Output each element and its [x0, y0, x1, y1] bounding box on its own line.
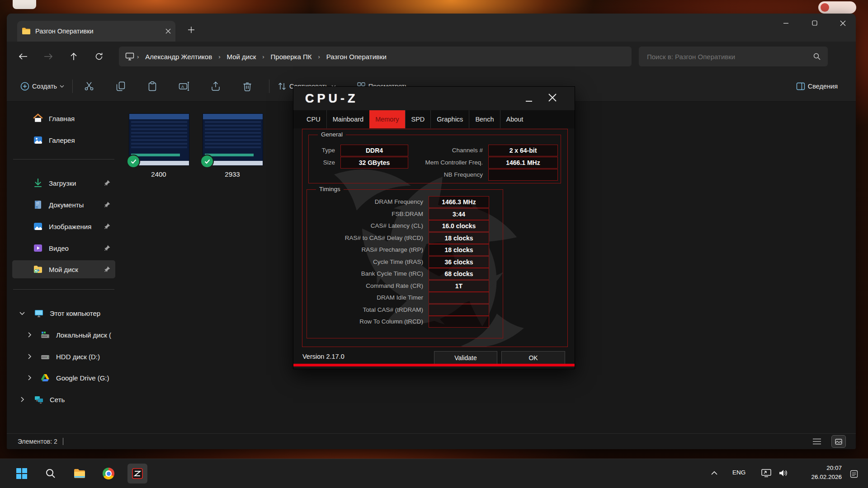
sidebar-item-videos[interactable]: Видео: [12, 239, 115, 257]
sidebar-label: Изображения: [49, 223, 91, 230]
sidebar-item-local-disk[interactable]: Локальный диск (: [12, 326, 115, 344]
share-button[interactable]: [204, 76, 227, 96]
paste-button[interactable]: [141, 76, 164, 96]
taskbar-explorer-button[interactable]: [70, 464, 90, 483]
cpuz-close-icon[interactable]: [548, 93, 557, 102]
tray-chevron-up-icon[interactable]: [711, 471, 718, 475]
file-thumbnail-2933[interactable]: [203, 113, 263, 166]
minimize-button[interactable]: [775, 15, 796, 31]
sidebar-item-gallery[interactable]: Галерея: [12, 131, 115, 149]
sidebar-item-pictures[interactable]: Изображения: [12, 217, 115, 235]
thumbnail-rows: [131, 121, 187, 149]
breadcrumb-item-user[interactable]: Александр Желтиков: [142, 51, 216, 62]
google-drive-folder-icon: [33, 264, 43, 274]
back-button[interactable]: [14, 48, 32, 65]
chevron-expanded-icon[interactable]: [19, 310, 26, 317]
cast-screen-icon[interactable]: [761, 469, 771, 477]
cpuz-titlebar[interactable]: CPU-Z: [293, 87, 575, 111]
cpuz-tab-memory[interactable]: Memory: [369, 110, 405, 128]
close-button[interactable]: [832, 15, 853, 31]
volume-icon[interactable]: [778, 469, 788, 477]
explorer-tab[interactable]: Разгон Оперативки: [17, 21, 175, 42]
timings-legend: Timings: [316, 186, 344, 192]
create-label: Создать: [32, 83, 57, 90]
timing-label: RAS# to CAS# Delay (tRCD): [310, 235, 423, 241]
sidebar-item-documents[interactable]: Документы: [12, 196, 115, 214]
channels-value: 2 x 64-bit: [488, 145, 558, 156]
local-disk-icon: [40, 330, 50, 340]
cpuz-tab-spd[interactable]: SPD: [405, 110, 431, 128]
cut-icon: [84, 81, 94, 91]
file-name[interactable]: 2933: [203, 170, 262, 178]
svg-text:A: A: [181, 84, 184, 89]
desktop: Разгон Оперативки › Александр Желтиков ›…: [0, 0, 868, 488]
notification-center-icon[interactable]: [850, 470, 858, 478]
cpuz-minimize-icon[interactable]: [525, 99, 533, 102]
create-button[interactable]: Создать: [17, 76, 68, 96]
sidebar-item-google-drive[interactable]: Google Drive (G:): [12, 369, 115, 387]
taskbar-clock[interactable]: 20:07 26.02.2026: [811, 464, 842, 482]
sidebar-label: Галерея: [49, 136, 75, 144]
sidebar-item-hdd-disk[interactable]: HDD диск (D:): [12, 347, 115, 366]
thumbnail-highlight-row: [205, 154, 254, 156]
timing-label: RAS# Precharge (tRP): [310, 246, 423, 253]
taskbar-chrome-button[interactable]: [99, 464, 118, 483]
up-button[interactable]: [65, 48, 83, 65]
taskbar-cpuz-button[interactable]: [127, 464, 147, 483]
cut-button[interactable]: [77, 76, 101, 96]
breadcrumb-item-pccheck[interactable]: Проверка ПК: [267, 51, 316, 62]
language-indicator[interactable]: ENG: [732, 469, 745, 476]
timing-value: 36 clocks: [429, 256, 489, 268]
chevron-collapsed-icon[interactable]: [26, 331, 33, 338]
sidebar-item-network[interactable]: Сеть: [12, 390, 115, 408]
timing-label: Bank Cycle Time (tRC): [310, 270, 423, 277]
search-input[interactable]: [646, 52, 811, 61]
sort-icon: [278, 82, 287, 91]
cpuz-memory-panel: General Type DDR4 Size 32 GBytes Channel…: [302, 129, 568, 347]
search-icon: [45, 468, 56, 479]
chevron-collapsed-icon[interactable]: [19, 396, 26, 403]
breadcrumb-item-current[interactable]: Разгон Оперативки: [323, 51, 390, 62]
chevron-collapsed-icon[interactable]: [26, 374, 33, 381]
cpuz-tab-cpu[interactable]: CPU: [301, 110, 326, 128]
cpuz-tab-mainboard[interactable]: Mainboard: [326, 110, 370, 128]
cpuz-tab-bench[interactable]: Bench: [469, 110, 500, 128]
refresh-button[interactable]: [90, 48, 108, 65]
file-thumbnail-2400[interactable]: [129, 113, 189, 166]
general-legend: General: [318, 131, 346, 138]
sidebar-item-downloads[interactable]: Загрузки: [12, 174, 115, 192]
forward-button[interactable]: [39, 48, 57, 65]
delete-button[interactable]: [236, 76, 259, 96]
channels-label: Channels #: [383, 147, 483, 154]
timing-value: [429, 304, 489, 316]
rename-button[interactable]: A: [172, 76, 196, 96]
sidebar-label: Мой диск: [49, 266, 78, 273]
chevron-collapsed-icon[interactable]: [26, 353, 33, 360]
cpuz-app-icon: [132, 468, 143, 479]
new-tab-icon[interactable]: [188, 26, 195, 33]
cpuz-tab-about[interactable]: About: [500, 110, 529, 128]
copy-button[interactable]: [109, 76, 132, 96]
timing-value: 16.0 clocks: [429, 220, 489, 232]
validate-button[interactable]: Validate: [434, 351, 497, 365]
maximize-button[interactable]: [804, 15, 825, 31]
timing-label: Command Rate (CR): [310, 282, 423, 289]
start-button[interactable]: [12, 464, 32, 483]
search-box[interactable]: [639, 47, 828, 66]
sidebar-item-this-pc[interactable]: Этот компьютер: [12, 304, 115, 322]
timing-label: DRAM Idle Timer: [310, 294, 423, 301]
search-icon[interactable]: [813, 53, 821, 60]
sidebar-item-mydrive[interactable]: Мой диск: [12, 260, 115, 278]
taskbar-search-button[interactable]: [41, 464, 61, 483]
tab-close-icon[interactable]: [165, 28, 171, 34]
details-button[interactable]: Сведения: [793, 76, 844, 96]
list-view-icon[interactable]: [812, 438, 821, 445]
file-name[interactable]: 2400: [129, 170, 189, 178]
sidebar-item-home[interactable]: Главная: [12, 109, 115, 127]
thumbnail-view-toggle[interactable]: [831, 435, 846, 448]
cpuz-tab-graphics[interactable]: Graphics: [430, 110, 469, 128]
this-pc-icon[interactable]: [125, 52, 134, 61]
breadcrumb-item-mydrive[interactable]: Мой диск: [223, 51, 259, 62]
cpuz-version: Version 2.17.0: [302, 353, 344, 360]
ok-button[interactable]: OK: [501, 351, 565, 365]
